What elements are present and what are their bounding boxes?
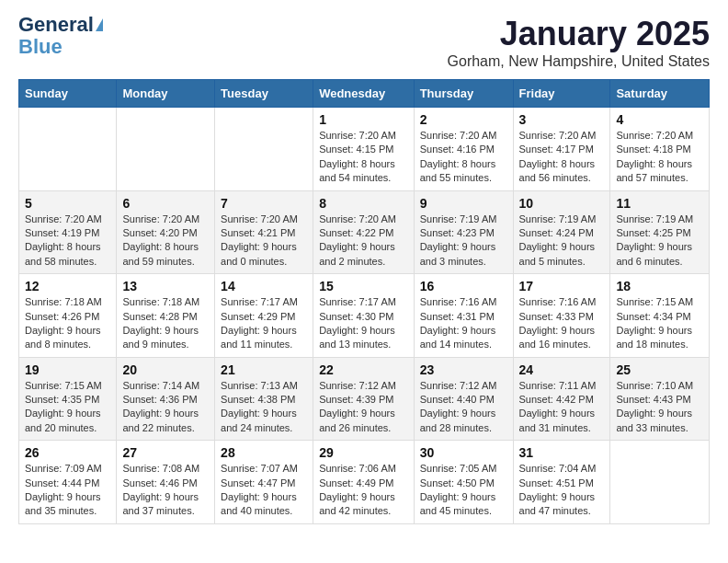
calendar-cell: 28Sunrise: 7:07 AM Sunset: 4:47 PM Dayli… [215,441,313,524]
day-number: 22 [319,362,408,377]
header: General Blue January 2025 Gorham, New Ha… [18,15,710,70]
day-number: 20 [122,362,209,377]
day-info: Sunrise: 7:20 AM Sunset: 4:19 PM Dayligh… [25,213,110,270]
calendar-cell: 23Sunrise: 7:12 AM Sunset: 4:40 PM Dayli… [414,357,513,441]
calendar-cell: 31Sunrise: 7:04 AM Sunset: 4:51 PM Dayli… [513,441,610,524]
day-info: Sunrise: 7:10 AM Sunset: 4:43 PM Dayligh… [616,379,703,436]
weekday-header-monday: Monday [117,80,215,108]
day-number: 23 [420,362,507,377]
calendar-cell: 13Sunrise: 7:18 AM Sunset: 4:28 PM Dayli… [117,274,215,358]
calendar-cell: 1Sunrise: 7:20 AM Sunset: 4:15 PM Daylig… [313,108,415,191]
calendar-cell: 15Sunrise: 7:17 AM Sunset: 4:30 PM Dayli… [313,274,415,358]
page: General Blue January 2025 Gorham, New Ha… [0,0,728,543]
weekday-header-thursday: Thursday [414,80,513,108]
calendar-cell: 8Sunrise: 7:20 AM Sunset: 4:22 PM Daylig… [313,190,415,274]
weekday-header-wednesday: Wednesday [313,80,415,108]
day-number: 7 [221,196,307,211]
day-info: Sunrise: 7:19 AM Sunset: 4:24 PM Dayligh… [519,213,605,270]
month-title: January 2025 [448,15,710,53]
calendar-cell: 18Sunrise: 7:15 AM Sunset: 4:34 PM Dayli… [610,274,710,358]
day-number: 28 [221,445,307,460]
calendar-cell: 25Sunrise: 7:10 AM Sunset: 4:43 PM Dayli… [610,357,710,441]
day-info: Sunrise: 7:18 AM Sunset: 4:28 PM Dayligh… [122,295,209,352]
day-info: Sunrise: 7:12 AM Sunset: 4:40 PM Dayligh… [420,379,507,436]
day-info: Sunrise: 7:16 AM Sunset: 4:33 PM Dayligh… [519,295,605,352]
calendar-header-row: SundayMondayTuesdayWednesdayThursdayFrid… [19,80,710,108]
calendar-cell: 24Sunrise: 7:11 AM Sunset: 4:42 PM Dayli… [513,357,610,441]
day-number: 4 [616,112,703,127]
logo-blue: Blue [18,35,63,59]
day-info: Sunrise: 7:19 AM Sunset: 4:25 PM Dayligh… [616,213,703,270]
day-info: Sunrise: 7:05 AM Sunset: 4:50 PM Dayligh… [420,462,507,519]
day-number: 13 [122,279,209,293]
day-number: 26 [25,445,110,460]
logo: General Blue [18,15,103,59]
day-info: Sunrise: 7:20 AM Sunset: 4:21 PM Dayligh… [221,213,307,270]
calendar-cell: 9Sunrise: 7:19 AM Sunset: 4:23 PM Daylig… [414,190,513,274]
day-number: 19 [25,362,110,377]
day-info: Sunrise: 7:17 AM Sunset: 4:30 PM Dayligh… [319,295,408,352]
weekday-header-tuesday: Tuesday [215,80,313,108]
calendar-cell: 19Sunrise: 7:15 AM Sunset: 4:35 PM Dayli… [19,357,117,441]
day-info: Sunrise: 7:16 AM Sunset: 4:31 PM Dayligh… [420,295,507,352]
day-info: Sunrise: 7:17 AM Sunset: 4:29 PM Dayligh… [221,295,307,352]
day-info: Sunrise: 7:18 AM Sunset: 4:26 PM Dayligh… [25,295,110,352]
day-number: 31 [519,445,605,460]
day-info: Sunrise: 7:20 AM Sunset: 4:20 PM Dayligh… [122,213,209,270]
day-number: 5 [25,196,110,211]
calendar-cell [19,108,117,191]
calendar-cell [215,108,313,191]
day-number: 21 [221,362,307,377]
day-number: 16 [420,279,507,293]
day-info: Sunrise: 7:13 AM Sunset: 4:38 PM Dayligh… [221,379,307,436]
day-number: 1 [319,112,408,127]
calendar-cell: 16Sunrise: 7:16 AM Sunset: 4:31 PM Dayli… [414,274,513,358]
day-number: 25 [616,362,703,377]
calendar-week-row: 26Sunrise: 7:09 AM Sunset: 4:44 PM Dayli… [19,441,710,524]
day-info: Sunrise: 7:14 AM Sunset: 4:36 PM Dayligh… [122,379,209,436]
day-info: Sunrise: 7:12 AM Sunset: 4:39 PM Dayligh… [319,379,408,436]
day-info: Sunrise: 7:04 AM Sunset: 4:51 PM Dayligh… [519,462,605,519]
day-number: 15 [319,279,408,293]
calendar-cell: 4Sunrise: 7:20 AM Sunset: 4:18 PM Daylig… [610,108,710,191]
calendar-cell: 11Sunrise: 7:19 AM Sunset: 4:25 PM Dayli… [610,190,710,274]
calendar-cell: 22Sunrise: 7:12 AM Sunset: 4:39 PM Dayli… [313,357,415,441]
calendar-week-row: 5Sunrise: 7:20 AM Sunset: 4:19 PM Daylig… [19,190,710,274]
day-number: 10 [519,196,605,211]
calendar-cell: 10Sunrise: 7:19 AM Sunset: 4:24 PM Dayli… [513,190,610,274]
calendar-cell [117,108,215,191]
day-number: 2 [420,112,507,127]
day-number: 11 [616,196,703,211]
day-number: 27 [122,445,209,460]
day-number: 24 [519,362,605,377]
day-info: Sunrise: 7:08 AM Sunset: 4:46 PM Dayligh… [122,462,209,519]
day-info: Sunrise: 7:07 AM Sunset: 4:47 PM Dayligh… [221,462,307,519]
weekday-header-friday: Friday [513,80,610,108]
day-info: Sunrise: 7:11 AM Sunset: 4:42 PM Dayligh… [519,379,605,436]
day-info: Sunrise: 7:15 AM Sunset: 4:35 PM Dayligh… [25,379,110,436]
calendar-week-row: 12Sunrise: 7:18 AM Sunset: 4:26 PM Dayli… [19,274,710,358]
weekday-header-saturday: Saturday [610,80,710,108]
calendar-week-row: 1Sunrise: 7:20 AM Sunset: 4:15 PM Daylig… [19,108,710,191]
calendar: SundayMondayTuesdayWednesdayThursdayFrid… [18,79,710,524]
day-number: 3 [519,112,605,127]
calendar-cell: 6Sunrise: 7:20 AM Sunset: 4:20 PM Daylig… [117,190,215,274]
calendar-cell: 17Sunrise: 7:16 AM Sunset: 4:33 PM Dayli… [513,274,610,358]
day-info: Sunrise: 7:20 AM Sunset: 4:16 PM Dayligh… [420,129,507,186]
calendar-cell: 20Sunrise: 7:14 AM Sunset: 4:36 PM Dayli… [117,357,215,441]
title-area: January 2025 Gorham, New Hampshire, Unit… [448,15,710,70]
calendar-cell: 29Sunrise: 7:06 AM Sunset: 4:49 PM Dayli… [313,441,415,524]
day-info: Sunrise: 7:06 AM Sunset: 4:49 PM Dayligh… [319,462,408,519]
day-number: 29 [319,445,408,460]
day-info: Sunrise: 7:15 AM Sunset: 4:34 PM Dayligh… [616,295,703,352]
calendar-cell: 21Sunrise: 7:13 AM Sunset: 4:38 PM Dayli… [215,357,313,441]
day-info: Sunrise: 7:19 AM Sunset: 4:23 PM Dayligh… [420,213,507,270]
calendar-cell [610,441,710,524]
logo-triangle-icon [96,18,103,31]
calendar-cell: 27Sunrise: 7:08 AM Sunset: 4:46 PM Dayli… [117,441,215,524]
day-number: 9 [420,196,507,211]
calendar-cell: 26Sunrise: 7:09 AM Sunset: 4:44 PM Dayli… [19,441,117,524]
day-info: Sunrise: 7:20 AM Sunset: 4:15 PM Dayligh… [319,129,408,186]
day-number: 8 [319,196,408,211]
day-number: 14 [221,279,307,293]
